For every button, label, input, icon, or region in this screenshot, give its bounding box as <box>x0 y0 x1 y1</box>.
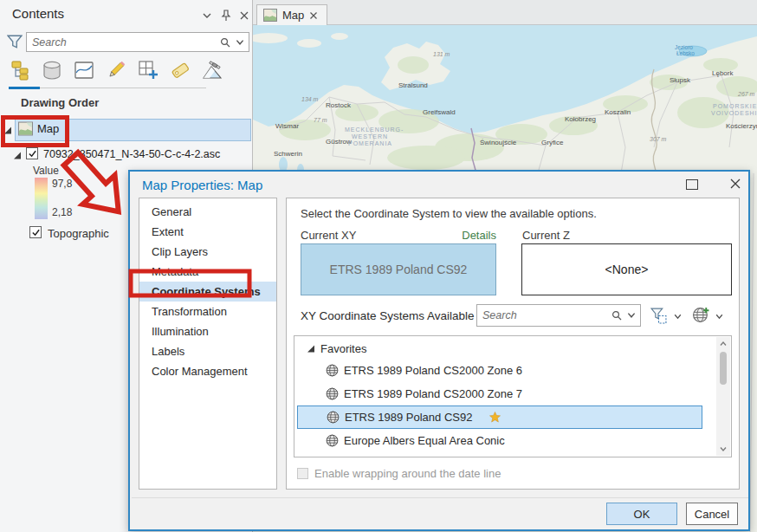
close-panel-icon[interactable] <box>237 9 251 23</box>
checkmark-icon <box>31 228 41 237</box>
map-label-elevation: 131 m <box>433 51 450 57</box>
sidebar-item-transformation[interactable]: Transformation <box>139 302 276 321</box>
sidebar-item-general[interactable]: General <box>139 202 276 222</box>
current-z-value-box[interactable]: <None> <box>521 243 732 295</box>
list-by-perspective-button[interactable] <box>199 57 225 83</box>
map-label-elevation: 267 m <box>737 91 755 97</box>
map-label-city: Kościerzyna <box>726 122 757 130</box>
maximize-icon[interactable] <box>686 179 698 190</box>
current-z-value: <None> <box>605 263 649 276</box>
search-icon[interactable] <box>611 309 623 321</box>
cs-item-label: ETRS 1989 Poland CS92 <box>345 411 472 424</box>
ok-button[interactable]: OK <box>606 503 677 525</box>
sidebar-item-coordinate-systems[interactable]: Coordinate Systems <box>139 282 276 302</box>
globe-icon <box>326 364 339 377</box>
map-item-label: Map <box>37 122 59 135</box>
basemap-visibility-checkbox[interactable] <box>29 226 42 238</box>
list-by-labeling-button[interactable] <box>167 57 193 83</box>
sidebar-item-extent[interactable]: Extent <box>139 222 276 242</box>
cs-item-row-clipped[interactable]: RD New <box>297 452 702 457</box>
cs-search-box <box>476 304 641 327</box>
tab-map[interactable]: Map <box>256 4 327 25</box>
current-xy-label: Current XY <box>301 229 356 242</box>
list-by-selection-button[interactable] <box>71 57 97 83</box>
search-icon[interactable] <box>219 36 231 49</box>
cs-item-row-selected[interactable]: ETRS 1989 Poland CS92 <box>297 405 702 429</box>
filter-icon[interactable] <box>7 34 23 49</box>
dialog-sidebar: General Extent Clip Layers Metadata Coor… <box>139 198 277 490</box>
favorites-label: Favorites <box>320 342 366 355</box>
scroll-down-icon[interactable] <box>718 444 728 454</box>
sidebar-item-clip-layers[interactable]: Clip Layers <box>139 242 276 262</box>
globe-icon <box>326 434 339 447</box>
cs-item-row[interactable]: Europe Albers Equal Area Conic <box>297 429 702 452</box>
wrap-dateline-checkbox[interactable] <box>297 468 308 479</box>
coordinate-systems-pane: Select the Coordinate System to view the… <box>286 198 740 490</box>
map-label-region: MECKLENBURG- <box>345 127 404 133</box>
cs-item-row[interactable]: ETRS 1989 Poland CS2000 Zone 6 <box>297 359 702 382</box>
sidebar-item-labels[interactable]: Labels <box>139 341 276 361</box>
map-label-city: Słupsk <box>670 76 691 84</box>
globe-icon <box>327 411 340 424</box>
tab-close-icon[interactable] <box>309 11 318 20</box>
dialog-close-icon[interactable] <box>728 176 743 191</box>
wrap-dateline-row: Enable wrapping around the date line <box>297 467 501 480</box>
scrollbar-thumb[interactable] <box>720 352 727 385</box>
color-ramp <box>35 178 48 219</box>
checkmark-icon <box>28 149 37 159</box>
add-cs-chevron-icon[interactable] <box>715 312 724 321</box>
expand-triangle-icon[interactable] <box>13 151 22 159</box>
layer-name: 70932_850471_N-34-50-C-c-4-2.asc <box>43 148 220 160</box>
search-history-chevron-icon[interactable] <box>235 37 245 48</box>
cs-search-input[interactable] <box>477 309 611 321</box>
map-label-city: Greifswald <box>423 108 456 116</box>
expand-triangle-icon[interactable] <box>307 344 315 353</box>
list-by-editing-button[interactable] <box>103 57 129 83</box>
map-label-city: Stralsund <box>398 81 428 89</box>
map-properties-dialog: Map Properties: Map General Extent Clip … <box>128 170 750 531</box>
sidebar-item-illumination[interactable]: Illumination <box>139 321 276 341</box>
legend-title: Value <box>33 165 59 177</box>
list-scrollbar[interactable] <box>716 337 730 456</box>
legend-min-value: 2,18 <box>52 206 72 218</box>
map-label-city: Lębork <box>712 69 734 77</box>
search-history-chevron-icon[interactable] <box>626 310 637 321</box>
list-by-data-source-button[interactable] <box>39 57 65 83</box>
scroll-up-icon[interactable] <box>718 339 728 349</box>
filter-cs-icon[interactable] <box>650 308 667 324</box>
contents-search-input[interactable] <box>27 36 219 49</box>
expand-triangle-icon[interactable] <box>3 126 12 134</box>
instruction-text: Select the Coordinate System to view the… <box>301 207 597 220</box>
map-label-elevation: 77 m <box>314 117 327 123</box>
list-by-drawing-order-button[interactable] <box>7 57 33 83</box>
active-tool-underline <box>9 87 40 89</box>
view-tab-strip: Map <box>253 0 757 25</box>
pin-icon[interactable] <box>219 9 233 23</box>
list-by-snapping-button[interactable] <box>135 57 161 83</box>
legend-max-value: 97,8 <box>52 178 72 190</box>
xy-available-label: XY Coordinate Systems Available <box>301 309 475 322</box>
panel-menu-chevron-icon[interactable] <box>200 9 214 23</box>
map-label-city: Schwerin <box>274 150 302 158</box>
basemap-label: Topographic <box>48 227 109 240</box>
contents-header: Contents <box>0 3 253 26</box>
current-xy-value: ETRS 1989 Poland CS92 <box>330 263 468 276</box>
current-xy-value-box[interactable]: ETRS 1989 Poland CS92 <box>301 243 496 295</box>
cancel-button[interactable]: Cancel <box>686 503 738 525</box>
coordinate-systems-list: Favorites ETRS 1989 Poland CS2000 Zone 6 <box>294 335 732 457</box>
toolbar-rule <box>40 88 206 88</box>
dialog-title: Map Properties: Map <box>142 178 262 192</box>
sidebar-item-color-management[interactable]: Color Management <box>139 361 276 381</box>
map-label-region: WESTERN <box>352 133 388 139</box>
favorite-star-icon <box>489 412 501 423</box>
map-label-elevation: 307 m <box>650 136 667 142</box>
layer-visibility-checkbox[interactable] <box>26 147 38 159</box>
add-coordinate-system-icon[interactable] <box>692 306 710 324</box>
details-link[interactable]: Details <box>450 229 496 242</box>
filter-chevron-icon[interactable] <box>673 312 683 321</box>
current-z-label: Current Z <box>522 229 570 242</box>
map-label-city: Świnoujście <box>480 139 517 146</box>
favorites-group-row[interactable]: Favorites <box>294 340 731 359</box>
cs-item-row[interactable]: ETRS 1989 Poland CS2000 Zone 7 <box>297 382 702 405</box>
sidebar-item-metadata[interactable]: Metadata <box>139 262 276 282</box>
